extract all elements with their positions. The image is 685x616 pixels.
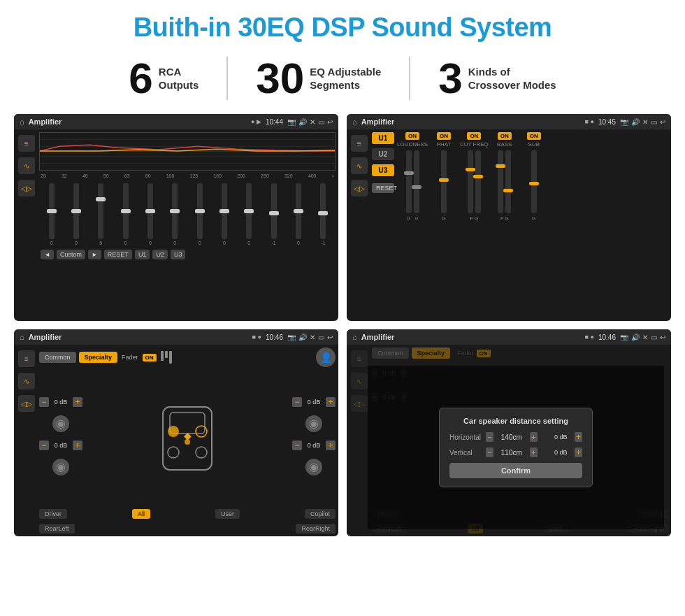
s4-wave-btn[interactable]: ∿ xyxy=(351,373,368,389)
svg-point-10 xyxy=(196,447,207,458)
u3-select[interactable]: U3 xyxy=(372,164,394,176)
screen-amp: ⌂ Amplifier ■ ● 10:45 📷 🔊 ✕ ▭ ↩ ≡ ∿ ◁▷ U… xyxy=(347,114,671,321)
h-plus[interactable]: + xyxy=(575,432,582,442)
dot-icons-3: ■ ● xyxy=(252,334,261,341)
topbar-icons-eq: 📷 🔊 ✕ ▭ ↩ xyxy=(287,118,333,126)
h-db-val: 0 dB xyxy=(551,434,570,440)
eq-slider-12: -1 xyxy=(320,183,326,245)
minus-fl[interactable]: − xyxy=(39,397,49,407)
all-btn[interactable]: All xyxy=(132,509,150,519)
play-btn[interactable]: ► xyxy=(88,250,101,259)
stat-rca: 6 RCA Outputs xyxy=(101,57,228,100)
u2-btn[interactable]: U2 xyxy=(152,250,168,259)
tab-specialty[interactable]: Specialty xyxy=(79,352,118,363)
s3-top-row: Common Specialty Fader ON 👤 xyxy=(39,348,336,367)
s4-filter-btn[interactable]: ≡ xyxy=(351,350,368,367)
screen3-content: ≡ ∿ ◁▷ Common Specialty Fader ON xyxy=(14,345,338,536)
screen-eq: ⌂ Amplifier ● ▶ 10:44 📷 🔊 ✕ ▭ ↩ ≡ ∿ ◁▷ xyxy=(14,114,338,321)
rear-right-btn[interactable]: RearRight xyxy=(296,524,336,533)
stat-text-rca: RCA Outputs xyxy=(159,65,199,92)
eq-slider-4: 0 xyxy=(123,183,129,245)
u2-select[interactable]: U2 xyxy=(372,148,394,160)
stat-number-eq: 30 xyxy=(256,57,304,100)
horizontal-minus-btn[interactable]: − xyxy=(486,432,493,442)
s2-vol-btn[interactable]: ◁▷ xyxy=(351,180,368,196)
volume-icon-4: 🔊 xyxy=(631,334,640,341)
confirm-button[interactable]: Confirm xyxy=(449,463,582,478)
dialog-title: Car speaker distance setting xyxy=(449,417,582,425)
bass-label: BASS xyxy=(497,141,512,148)
s4-on-badge: ON xyxy=(477,350,491,357)
s4-vol-btn[interactable]: ◁▷ xyxy=(351,395,368,412)
tab-common[interactable]: Common xyxy=(39,352,76,363)
fader-row: Fader ON xyxy=(122,351,172,364)
custom-label: Custom xyxy=(57,250,85,259)
topbar-time-amp: 10:45 xyxy=(598,118,616,126)
s3-wave-btn[interactable]: ∿ xyxy=(18,373,35,389)
speaker-rr: ◉ xyxy=(305,459,322,475)
eq-slider-11: 0 xyxy=(296,183,301,245)
topbar-time-eq: 10:44 xyxy=(266,118,283,126)
cutfreq-label: CUT FREQ xyxy=(460,141,489,148)
topbar-icons-dialog: 📷 🔊 ✕ ▭ ↩ xyxy=(620,334,665,341)
minus-fr[interactable]: − xyxy=(292,397,302,407)
reset-btn[interactable]: RESET xyxy=(104,250,132,259)
speaker-rl: ◉ xyxy=(52,459,69,475)
eq-slider-1: 0 xyxy=(49,183,55,245)
v-plus[interactable]: + xyxy=(575,447,582,457)
close-icon-4: ✕ xyxy=(642,334,648,341)
minus-rl[interactable]: − xyxy=(39,440,49,450)
rear-left-btn[interactable]: RearLeft xyxy=(39,524,75,533)
s2-reset-btn[interactable]: RESET xyxy=(372,183,394,193)
stat-number-rca: 6 xyxy=(129,57,152,100)
back-icon-3: ↩ xyxy=(327,334,333,341)
screen-specialty: ⌂ Amplifier ■ ● 10:46 📷 🔊 ✕ ▭ ↩ ≡ ∿ ◁▷ xyxy=(14,329,338,536)
camera-icon-2: 📷 xyxy=(620,118,628,126)
vertical-plus-btn[interactable]: + xyxy=(530,447,538,457)
stat-crossover: 3 Kinds of Crossover Modes xyxy=(410,57,584,100)
driver-btn[interactable]: Driver xyxy=(39,509,67,519)
eq-wave-btn[interactable]: ∿ xyxy=(18,157,35,174)
prev-btn[interactable]: ◄ xyxy=(41,250,54,259)
screen1-content: ≡ ∿ ◁▷ xyxy=(14,129,338,321)
u3-btn[interactable]: U3 xyxy=(171,250,186,259)
s2-filter-btn[interactable]: ≡ xyxy=(351,135,368,152)
back-icon-2: ↩ xyxy=(660,118,665,126)
s4-fader-label: Fader xyxy=(457,350,474,357)
s3-left: ≡ ∿ ◁▷ xyxy=(17,348,36,533)
screens-grid: ⌂ Amplifier ● ▶ 10:44 📷 🔊 ✕ ▭ ↩ ≡ ∿ ◁▷ xyxy=(0,110,685,543)
eq-slider-7: 0 xyxy=(197,183,203,245)
person-icon: 👤 xyxy=(316,348,336,367)
dialog-row-horizontal: Horizontal − 140cm + 0 dB + xyxy=(449,432,582,442)
u1-select[interactable]: U1 xyxy=(372,132,394,144)
svg-text:◆: ◆ xyxy=(184,430,192,441)
topbar-eq: ⌂ Amplifier ● ▶ 10:44 📷 🔊 ✕ ▭ ↩ xyxy=(14,114,338,129)
u1-btn[interactable]: U1 xyxy=(135,250,150,259)
eq-area: 25 32 40 50 63 80 100 125 160 200 250 32… xyxy=(39,132,336,318)
sub-sliders xyxy=(531,150,537,213)
vertical-minus-btn[interactable]: − xyxy=(486,447,493,457)
eq-vol-btn[interactable]: ◁▷ xyxy=(18,180,35,196)
plus-rl[interactable]: + xyxy=(73,440,82,450)
eq-slider-9: 0 xyxy=(246,183,252,245)
screen2-content: ≡ ∿ ◁▷ U1 U2 U3 RESET ON LOUDNESS xyxy=(347,129,671,321)
s2-u-buttons: U1 U2 U3 RESET xyxy=(372,132,394,318)
close-icon-3: ✕ xyxy=(310,334,315,341)
eq-slider-8: 0 xyxy=(222,183,227,245)
eq-sliders: 0 0 5 0 0 xyxy=(39,178,336,248)
home-icon-3: ⌂ xyxy=(20,333,24,341)
plus-fr[interactable]: + xyxy=(326,397,336,407)
eq-slider-2: 0 xyxy=(73,183,79,245)
eq-filter-btn[interactable]: ≡ xyxy=(18,135,35,152)
home-icon: ⌂ xyxy=(20,117,24,126)
horizontal-plus-btn[interactable]: + xyxy=(530,432,538,442)
user-btn[interactable]: User xyxy=(215,509,240,519)
s3-filter-btn[interactable]: ≡ xyxy=(18,350,35,367)
plus-rr[interactable]: + xyxy=(326,440,336,450)
s3-vol-btn[interactable]: ◁▷ xyxy=(18,395,35,412)
minus-rr[interactable]: − xyxy=(292,440,302,450)
s2-wave-btn[interactable]: ∿ xyxy=(351,157,368,174)
plus-fl[interactable]: + xyxy=(73,397,82,407)
copilot-btn[interactable]: Copilot xyxy=(305,509,336,519)
topbar-icons-amp: 📷 🔊 ✕ ▭ ↩ xyxy=(620,118,665,126)
